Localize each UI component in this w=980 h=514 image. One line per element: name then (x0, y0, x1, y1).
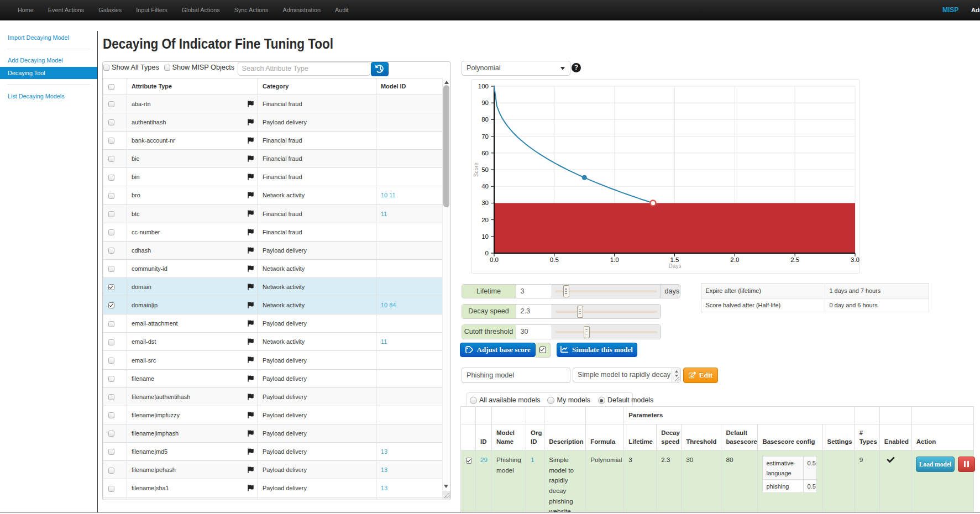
svg-text:1.5: 1.5 (670, 256, 679, 263)
svg-text:10: 10 (481, 233, 489, 240)
svg-text:1.0: 1.0 (610, 256, 619, 263)
svg-text:2.5: 2.5 (790, 256, 799, 263)
svg-text:90: 90 (481, 99, 489, 106)
svg-text:70: 70 (481, 133, 489, 140)
svg-text:0.5: 0.5 (550, 256, 559, 263)
svg-text:40: 40 (481, 183, 489, 190)
svg-text:0: 0 (485, 250, 489, 256)
svg-text:20: 20 (481, 217, 489, 223)
svg-text:30: 30 (481, 200, 489, 206)
svg-text:3.0: 3.0 (851, 256, 860, 263)
svg-text:50: 50 (481, 166, 489, 173)
svg-text:2.0: 2.0 (730, 256, 739, 263)
svg-text:80: 80 (481, 116, 489, 123)
svg-text:0.0: 0.0 (490, 256, 499, 263)
svg-text:100: 100 (478, 83, 489, 90)
svg-text:Score: Score (473, 162, 479, 177)
svg-text:Days: Days (669, 263, 682, 269)
svg-text:60: 60 (481, 150, 489, 156)
